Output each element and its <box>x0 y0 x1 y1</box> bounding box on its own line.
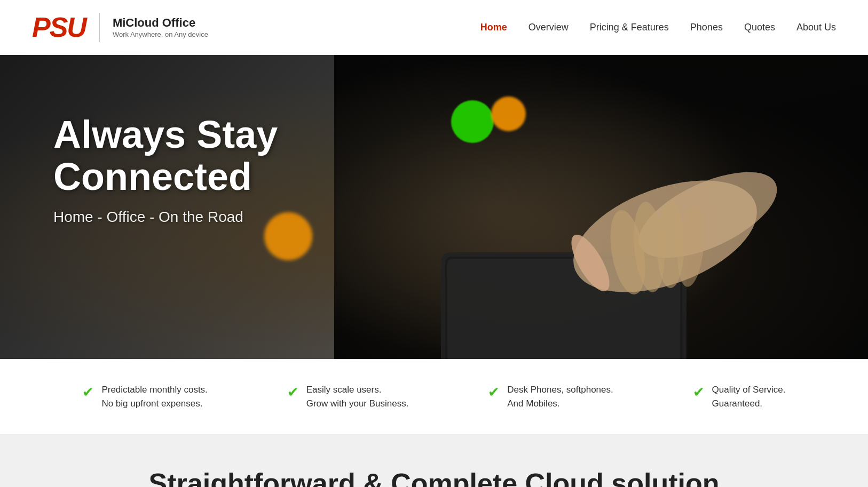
logo-subtitle: Work Anywhere, on Any device <box>113 30 208 38</box>
logo-text-group: MiCloud Office Work Anywhere, on Any dev… <box>113 16 208 38</box>
feature-item-2: ✔ Easily scale users. Grow with your Bus… <box>287 383 409 410</box>
logo-psu[interactable]: PSU <box>32 13 86 41</box>
site-header: PSU MiCloud Office Work Anywhere, on Any… <box>0 0 868 55</box>
features-bar: ✔ Predictable monthly costs. No big upfr… <box>0 359 868 435</box>
feature-item-4: ✔ Quality of Service. Guaranteed. <box>693 383 786 410</box>
check-icon-4: ✔ <box>693 384 705 401</box>
hero-section: Always Stay Connected Home - Office - On… <box>0 55 868 359</box>
bottom-title: Straightforward & Complete Cloud solutio… <box>43 467 825 487</box>
hero-subtitle: Home - Office - On the Road <box>53 209 374 226</box>
feature-text-3: Desk Phones, softphones. And Mobiles. <box>507 383 613 410</box>
hero-title: Always Stay Connected <box>53 114 374 198</box>
nav-phones[interactable]: Phones <box>690 22 723 33</box>
bokeh-orange-top-circle <box>491 97 526 131</box>
check-icon-2: ✔ <box>287 384 299 401</box>
hand-phone-svg <box>334 55 868 359</box>
logo-area: PSU MiCloud Office Work Anywhere, on Any… <box>32 13 208 42</box>
feature-text-4: Quality of Service. Guaranteed. <box>712 383 786 410</box>
feature-text-1: Predictable monthly costs. No big upfron… <box>101 383 207 410</box>
bokeh-green-circle <box>451 100 494 143</box>
bottom-section: Straightforward & Complete Cloud solutio… <box>0 435 868 487</box>
nav-home[interactable]: Home <box>480 22 507 33</box>
check-icon-3: ✔ <box>488 384 500 401</box>
nav-about[interactable]: About Us <box>796 22 836 33</box>
hero-content: Always Stay Connected Home - Office - On… <box>53 114 374 226</box>
logo-title: MiCloud Office <box>113 16 208 30</box>
main-nav: Home Overview Pricing & Features Phones … <box>480 22 836 33</box>
hero-image <box>334 55 868 359</box>
feature-text-2: Easily scale users. Grow with your Busin… <box>306 383 409 410</box>
nav-overview[interactable]: Overview <box>528 22 569 33</box>
check-icon-1: ✔ <box>82 384 94 401</box>
nav-pricing[interactable]: Pricing & Features <box>590 22 669 33</box>
nav-quotes[interactable]: Quotes <box>744 22 775 33</box>
logo-divider <box>99 13 100 42</box>
feature-item-3: ✔ Desk Phones, softphones. And Mobiles. <box>488 383 613 410</box>
feature-item-1: ✔ Predictable monthly costs. No big upfr… <box>82 383 207 410</box>
